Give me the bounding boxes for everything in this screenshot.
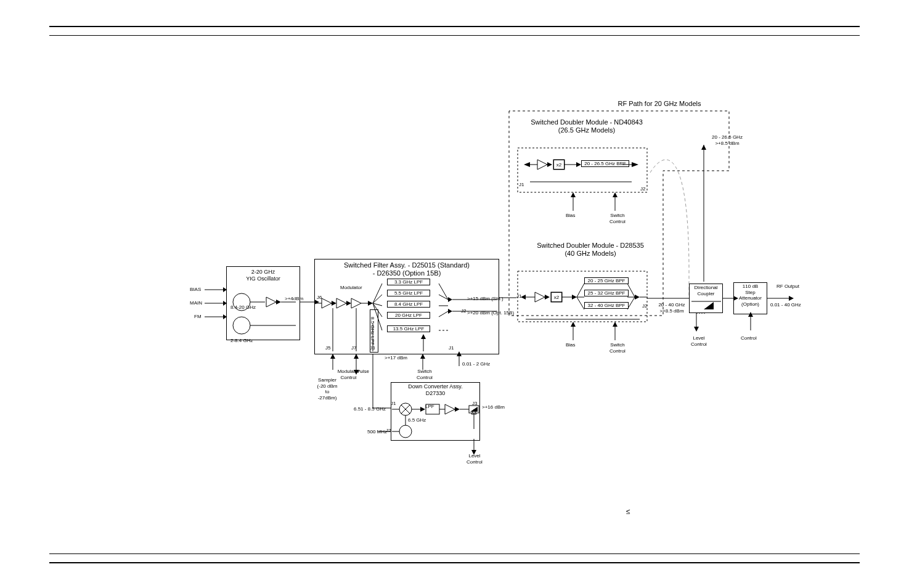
yig-inputs <box>205 284 229 321</box>
svg-marker-46 <box>223 301 227 306</box>
out-level-control: Level Control <box>687 335 711 347</box>
rf-output-label: RF Output <box>777 284 799 290</box>
svg-marker-1 <box>524 162 530 167</box>
svg-marker-44 <box>223 287 227 292</box>
to-sdm40 <box>499 298 524 310</box>
footer-symbol: ≤ <box>626 507 630 516</box>
yig-title: 2-20 GHz YIG Oscillator <box>226 269 300 282</box>
rf-range: 0.01 - 40 GHz <box>770 302 801 308</box>
sdm26-bias: Bias <box>566 213 576 219</box>
svg-marker-33 <box>571 322 576 327</box>
sdm40-bpf3: 32 - 40 GHz BPF <box>584 302 629 309</box>
svg-marker-19 <box>545 295 550 300</box>
svg-marker-3 <box>537 160 547 169</box>
dc-chain <box>392 401 484 444</box>
sdm26-title: Switched Doubler Module - ND40843 (26.5 … <box>519 118 654 134</box>
dc-title: Down Converter Assy. D27330 <box>391 383 480 397</box>
svg-marker-115 <box>733 296 738 301</box>
svg-marker-14 <box>613 192 618 197</box>
sfa-title: Switched Filter Assy. - D25015 (Standard… <box>314 261 499 277</box>
svg-marker-86 <box>314 300 319 304</box>
svg-marker-29 <box>635 295 640 300</box>
svg-marker-93 <box>420 407 425 412</box>
svg-marker-39 <box>266 297 276 307</box>
sdm26-to-out <box>696 145 721 287</box>
svg-marker-40 <box>276 300 281 304</box>
sdm40-bias: Bias <box>566 342 576 348</box>
svg-marker-4 <box>547 162 552 167</box>
svg-marker-22 <box>572 295 577 300</box>
rf-block-diagram: RF Path for 20 GHz Models Switched Doubl… <box>0 0 909 588</box>
sdm26-switch-control: Switch Control <box>605 213 630 224</box>
yig-main: MAIN <box>190 300 202 306</box>
out-control: Control <box>741 335 757 341</box>
svg-point-101 <box>399 425 412 438</box>
sdm40-bpf1: 20 - 25 GHz BPF <box>584 277 629 284</box>
sfa-f2: 5.5 GHz LPF <box>387 290 430 296</box>
sdm40-title: Switched Doubler Module - D28535 (40 GHz… <box>523 242 658 258</box>
sdm40-bpf2: 25 - 32 GHz BPF <box>584 290 629 296</box>
svg-marker-117 <box>789 296 794 301</box>
dc-out: >+16 dBm <box>482 404 505 410</box>
svg-marker-107 <box>471 450 476 455</box>
sdm40-switch-control: Switch Control <box>605 342 630 354</box>
j3-to-dc <box>371 354 396 409</box>
svg-marker-9 <box>632 162 638 167</box>
svg-marker-97 <box>455 407 460 412</box>
sdm40-x2: x2 <box>551 292 562 302</box>
svg-marker-18 <box>535 292 545 302</box>
svg-marker-96 <box>445 404 455 414</box>
yig-fm: FM <box>194 314 202 320</box>
dc-level-arrow <box>471 439 483 456</box>
sdm26-x2: x2 <box>553 160 565 169</box>
svg-point-37 <box>233 317 250 334</box>
sfa-sampler: Sampler (-20 dBm to -27dBm) <box>312 377 342 401</box>
yig-bias: BIAS <box>190 287 201 293</box>
svg-marker-48 <box>223 314 227 319</box>
svg-marker-7 <box>576 162 581 167</box>
sfa-f1: 3.3 GHz LPF <box>387 279 430 285</box>
yig-band-high: 8.4-20 GHz <box>230 304 256 311</box>
svg-line-23 <box>577 284 584 297</box>
sdm26-bpf: 20 - 26.5 GHz BPF <box>581 160 629 167</box>
dc-mix-out: 6.5 GHz <box>408 417 426 423</box>
dc-j3: J3 <box>472 401 477 407</box>
svg-line-25 <box>577 297 584 309</box>
svg-marker-124 <box>701 145 706 150</box>
dc-lpf: LPF <box>425 404 434 410</box>
sdm26-j2: J2 <box>640 186 645 192</box>
svg-marker-119 <box>694 327 699 332</box>
svg-marker-12 <box>571 192 576 197</box>
svg-marker-35 <box>613 322 618 327</box>
svg-marker-122 <box>748 312 753 317</box>
lo-in <box>378 430 393 434</box>
interconnects <box>300 299 516 373</box>
sfa-modulator: Modulator <box>340 285 362 291</box>
yig-band-low: 2-8.4 GHz <box>230 338 253 344</box>
sdm26-j1: J1 <box>519 182 524 188</box>
